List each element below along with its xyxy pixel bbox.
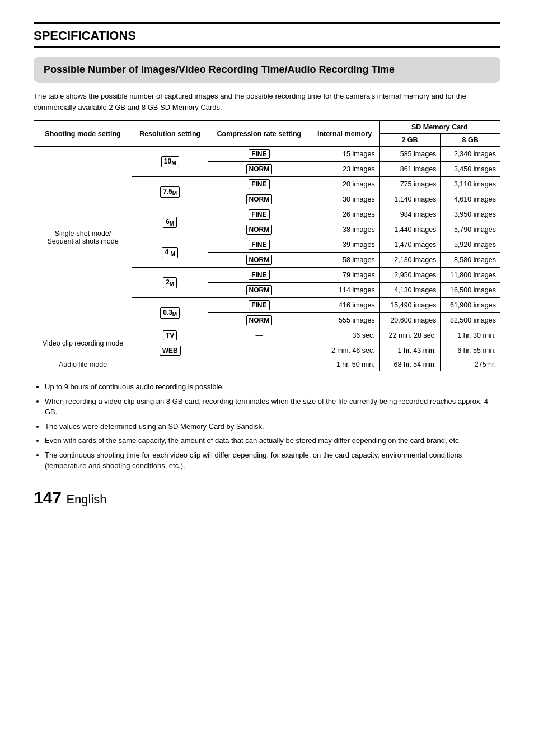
bullet-2: When recording a video clip using an 8 G… — [45, 396, 500, 418]
col-sd-8gb: 8 GB — [441, 134, 500, 147]
table-row: Video clip recording mode TV — 36 sec. 2… — [34, 328, 500, 343]
table-row: Audio file mode — — 1 hr. 50 min. 68 hr.… — [34, 358, 500, 371]
mode-single-shot: Single-shot mode/Sequential shots mode — [34, 147, 132, 328]
bullets-list: Up to 9 hours of continuous audio record… — [34, 381, 500, 472]
col-compression: Compression rate setting — [208, 121, 310, 147]
section-title: SPECIFICATIONS — [34, 29, 500, 43]
res-10m: 10M — [132, 147, 208, 177]
internal-val: 15 images — [310, 147, 379, 162]
table-row: Single-shot mode/Sequential shots mode 1… — [34, 147, 500, 162]
bullet-4: Even with cards of the same capacity, th… — [45, 435, 500, 446]
bullet-1: Up to 9 hours of continuous audio record… — [45, 381, 500, 393]
subsection-title: Possible Number of Images/Video Recordin… — [44, 63, 490, 76]
page-top-border — [34, 22, 500, 24]
col-shooting-mode: Shooting mode setting — [34, 121, 132, 147]
col-sd-group: SD Memory Card — [379, 121, 500, 134]
page-number: 147 English — [34, 488, 500, 507]
comp-fine: FINE — [208, 147, 310, 162]
col-internal: Internal memory — [310, 121, 379, 147]
comp-norm: NORM — [208, 162, 310, 177]
sd2-val: 585 images — [379, 147, 441, 162]
col-resolution: Resolution setting — [132, 121, 208, 147]
section-divider — [34, 46, 500, 48]
page-label: English — [66, 492, 106, 506]
col-sd-2gb: 2 GB — [379, 134, 441, 147]
bullet-5: The continuous shooting time for each vi… — [45, 450, 500, 472]
intro-text: The table shows the possible number of c… — [34, 91, 500, 113]
specifications-table: Shooting mode setting Resolution setting… — [34, 120, 500, 371]
bullet-3: The values were determined using an SD M… — [45, 421, 500, 432]
subsection-box: Possible Number of Images/Video Recordin… — [34, 57, 500, 83]
sd8-val: 2,340 images — [441, 147, 500, 162]
